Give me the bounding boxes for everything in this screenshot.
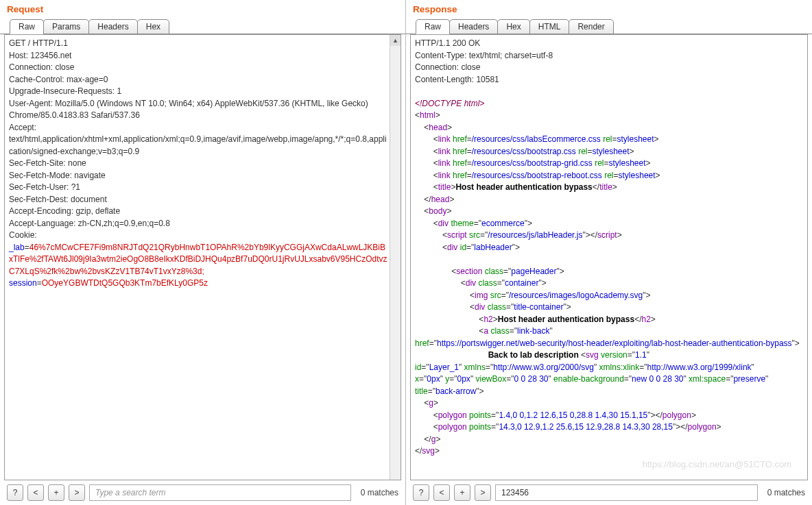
next-button[interactable]: > [475,484,491,501]
attr-xmlns-xlink: xmlns:xlink [599,362,640,372]
cookie-session-val: OOyeYGBWTDtQ5GQb3KTm7bEfKLy0GP5z [42,278,208,288]
resp-doctype: <!DOCTYPE html> [415,99,484,108]
help-button[interactable]: ? [7,484,23,501]
req-accept-label: Accept: [9,123,36,132]
attr-rel: rel [603,134,612,144]
attr-rel: rel [578,147,587,156]
attr-class: class [490,326,509,336]
req-site: Sec-Fetch-Site: none [9,158,86,168]
response-search-input[interactable] [495,484,758,501]
href-2: /resources/css/bootstrap.css [472,147,576,156]
href-4: /resources/css/bootstrap-reboot.css [472,171,602,180]
val-labheader: labHeader [474,243,512,252]
val-preserve: preserve [733,374,765,384]
href-1: /resources/css/labsEcommerce.css [472,134,601,144]
next-button[interactable]: > [69,484,85,501]
attr-href: href [415,338,429,348]
tag-div: div [475,302,485,312]
tag-link: link [438,147,451,156]
tag-title: title [599,182,612,192]
val-enablebg: new 0 0 28 30 [632,374,683,384]
tab-hex[interactable]: Hex [497,19,529,34]
resp-status: HTTP/1.1 200 OK [415,38,480,48]
tab-raw[interactable]: Raw [10,19,44,34]
tab-hex[interactable]: Hex [137,19,169,34]
req-dest: Sec-Fetch-Dest: document [9,195,107,204]
tag-title: title [438,182,451,192]
val-y: 0px [457,374,470,384]
tab-headers[interactable]: Headers [449,19,498,34]
attr-href: href [453,134,467,144]
attr-points: points [469,422,491,432]
attr-title: title [415,386,428,396]
prev-button[interactable]: < [27,484,44,501]
tab-params[interactable]: Params [43,19,89,34]
request-body[interactable]: GET / HTTP/1.1 Host: 123456.net Connecti… [5,35,401,480]
cookie-lab-val: 46%7cMCwCFE7Fi9m8NRJTdQ21QRybHnwbT1OPAhR… [9,243,387,276]
attr-viewbox: viewBox [475,374,506,384]
val-pageheader: pageHeader [511,267,556,276]
tag-div: div [438,219,449,228]
tag-link: link [438,171,451,180]
tag-a: a [483,326,488,336]
request-footer: ? < + > 0 matches [0,480,405,505]
tag-svg: svg [586,350,599,360]
attr-href: href [453,158,467,168]
back-text: Back to lab description [488,350,581,360]
tag-polygon: polygon [438,410,467,420]
h2-text: Host header authentication bypass [498,315,634,324]
attr-id: id [460,243,466,252]
tag-head: head [431,195,450,204]
help-button[interactable]: ? [413,484,429,501]
response-title: Response [406,0,812,19]
add-button[interactable]: + [48,484,64,501]
val-stylesheet: stylesheet [619,171,656,180]
tab-raw[interactable]: Raw [416,19,450,34]
tag-body: body [429,206,446,216]
attr-src: src [469,230,480,240]
val-stylesheet: stylesheet [609,158,646,168]
scroll-up-icon[interactable]: ▲ [390,35,401,46]
request-search-input[interactable] [89,484,351,501]
href-3: /resources/css/bootstrap-grid.css [472,158,593,168]
val-scriptsrc: /resources/js/labHeader.js [488,230,582,240]
attr-rel: rel [604,171,613,180]
tag-script: script [447,230,467,240]
add-button[interactable]: + [454,484,470,501]
resp-clen: Content-Length: 10581 [415,75,499,84]
attr-src: src [490,291,501,300]
val-poly1: 1.4,0 0,1.2 12.6,15 0,28.8 1.4,30 15.1,1… [499,410,647,420]
attr-y: y [445,374,449,384]
tag-svg: svg [422,446,435,456]
tag-link: link [438,134,451,144]
tag-head: head [429,123,447,132]
req-host: Host: 123456.net [9,51,71,60]
req-enc: Accept-Encoding: gzip, deflate [9,206,120,216]
val-version: 1.1 [635,350,647,360]
tag-html: html [420,110,435,120]
tag-g: g [431,434,436,444]
response-matches: 0 matches [762,488,805,497]
prev-button[interactable]: < [433,484,450,501]
tab-render[interactable]: Render [569,19,613,34]
val-linkback: link-back [517,326,549,336]
resp-conn: Connection: close [415,62,480,72]
cookie-lab-key: _lab [9,243,25,252]
request-title: Request [0,0,405,19]
tag-polygon: polygon [688,422,717,432]
req-cache: Cache-Control: max-age=0 [9,75,108,84]
req-mode: Sec-Fetch-Mode: navigate [9,171,106,180]
tab-html[interactable]: HTML [529,19,570,34]
req-accept: text/html,application/xhtml+xml,applicat… [9,134,387,156]
attr-class: class [478,278,497,288]
request-scrollbar[interactable]: ▲ [390,35,401,480]
tag-div: div [466,278,476,288]
val-theme: ecommerce [481,219,525,228]
val-stylesheet: stylesheet [593,147,630,156]
tag-h2: h2 [641,315,650,324]
response-body[interactable]: HTTP/1.1 200 OK Content-Type: text/html;… [411,35,807,480]
tab-headers[interactable]: Headers [88,19,137,34]
tag-h2: h2 [483,315,492,324]
title-text: Host header authentication bypass [455,182,592,192]
response-panel: Response Raw Headers Hex HTML Render HTT… [406,0,812,505]
